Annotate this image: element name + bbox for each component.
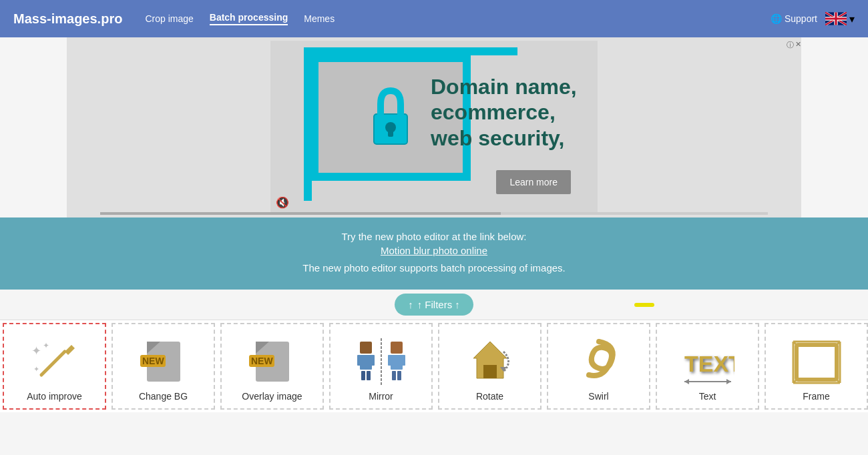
tool-frame[interactable]: Frame [765, 323, 868, 410]
mirror-icon [355, 335, 408, 388]
svg-line-4 [41, 352, 65, 375]
svg-text:NEW: NEW [251, 356, 273, 366]
ad-inner: Domain name, ecommerce, web security, Le… [270, 41, 598, 214]
svg-rect-3 [388, 127, 393, 137]
svg-text:✦: ✦ [33, 365, 39, 373]
svg-marker-5 [65, 345, 75, 355]
ad-text-area: Domain name, ecommerce, web security, [431, 74, 578, 151]
ad-close-button[interactable]: ✕ [795, 40, 801, 50]
text-label: Text [699, 391, 716, 402]
svg-rect-17 [360, 342, 372, 354]
ad-banner: ⓘ ✕ Domain name, ecommerce, web security [67, 37, 801, 217]
auto-improve-label: Auto improve [27, 391, 81, 402]
tool-text[interactable]: TEXT Text [656, 323, 759, 410]
rotate-label: Rotate [476, 391, 503, 402]
svg-marker-36 [726, 379, 731, 384]
mirror-label: Mirror [369, 391, 393, 402]
svg-rect-27 [392, 371, 396, 380]
info-line1: Try the new photo editor at the link bel… [27, 231, 841, 242]
svg-rect-25 [401, 355, 405, 366]
main-content: ⓘ ✕ Domain name, ecommerce, web security [0, 37, 868, 455]
brand-logo[interactable]: Mass-images.pro [13, 11, 122, 27]
svg-rect-20 [371, 355, 375, 366]
swirl-icon [572, 335, 626, 388]
svg-rect-21 [361, 371, 365, 380]
support-link[interactable]: 🌐 Support [771, 13, 817, 24]
svg-rect-22 [367, 371, 371, 380]
change-bg-icon: NEW [137, 335, 190, 388]
svg-rect-24 [391, 355, 403, 370]
tool-auto-improve[interactable]: ✦ ✦ ✦ Auto improve [3, 323, 106, 410]
svg-text:NEW: NEW [142, 356, 164, 366]
ad-controls: ⓘ ✕ [787, 40, 801, 50]
tool-swirl[interactable]: Swirl [547, 323, 650, 410]
uk-flag-icon [825, 12, 847, 25]
nav-batch-processing[interactable]: Batch processing [210, 12, 288, 25]
tools-grid: ✦ ✦ ✦ Auto improve NEW Change BG [0, 320, 868, 412]
filters-button[interactable]: ↑ ↑ Filters ↑ [395, 294, 473, 316]
filters-up-icon: ↑ [408, 299, 413, 310]
navbar: Mass-images.pro Crop image Batch process… [0, 0, 868, 37]
overlay-image-icon: NEW [246, 335, 299, 388]
ad-info-button[interactable]: ⓘ [787, 40, 794, 50]
svg-text:✦: ✦ [43, 341, 49, 350]
tool-overlay-image[interactable]: NEW Overlay image [220, 323, 324, 410]
svg-text:TEXT: TEXT [684, 351, 734, 376]
navbar-right: 🌐 Support ▾ [771, 12, 855, 25]
svg-marker-35 [684, 379, 689, 384]
swirl-label: Swirl [588, 391, 608, 402]
tool-rotate[interactable]: Rotate [438, 323, 541, 410]
info-strip: Try the new photo editor at the link bel… [0, 217, 868, 290]
overlay-image-label: Overlay image [242, 391, 302, 402]
svg-rect-37 [797, 345, 837, 380]
ad-mute-icon[interactable]: 🔇 [276, 196, 289, 209]
motion-blur-link[interactable]: Motion blur photo online [381, 245, 487, 256]
language-selector[interactable]: ▾ [825, 12, 855, 25]
frame-label: Frame [803, 391, 829, 402]
nav-memes[interactable]: Memes [304, 13, 335, 24]
svg-rect-23 [391, 342, 403, 354]
svg-rect-31 [483, 365, 497, 378]
change-bg-label: Change BG [139, 391, 188, 402]
svg-text:✦: ✦ [31, 344, 41, 358]
nav-crop-image[interactable]: Crop image [145, 13, 193, 24]
dropdown-arrow: ▾ [849, 13, 855, 25]
ad-learn-more-button[interactable]: Learn more [496, 170, 571, 194]
tool-change-bg[interactable]: NEW Change BG [112, 323, 215, 410]
lock-icon [367, 87, 414, 147]
ad-scrollbar [100, 212, 768, 215]
auto-improve-icon: ✦ ✦ ✦ [28, 335, 81, 388]
svg-rect-26 [388, 355, 392, 366]
globe-icon: 🌐 [771, 13, 782, 24]
scroll-indicator [634, 303, 654, 307]
info-line2: The new photo editor supports batch proc… [27, 262, 841, 274]
rotate-icon [463, 335, 517, 388]
svg-rect-19 [357, 355, 361, 366]
filters-bar: ↑ ↑ Filters ↑ [0, 290, 868, 320]
text-icon: TEXT [681, 335, 734, 388]
tool-mirror[interactable]: Mirror [329, 323, 433, 410]
svg-rect-18 [360, 355, 372, 370]
ad-headline: Domain name, ecommerce, web security, [431, 74, 578, 151]
ad-scrollbar-thumb [100, 212, 501, 215]
svg-rect-28 [397, 371, 401, 380]
frame-icon [790, 335, 843, 388]
